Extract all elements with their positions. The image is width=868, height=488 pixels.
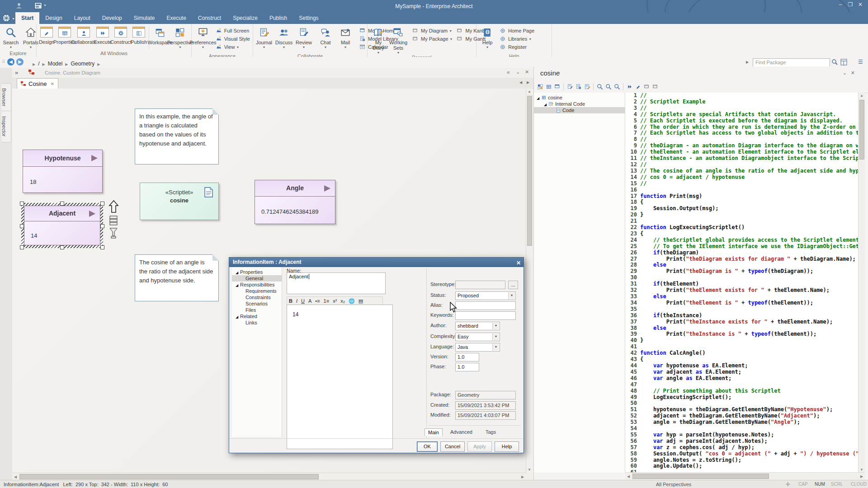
chevron-down-icon[interactable]: ▼ — [492, 344, 499, 351]
chevron-down-icon[interactable]: ▼ — [508, 292, 515, 299]
element-scriptlet[interactable]: «Scriptlet» cosine — [140, 183, 219, 220]
help-button[interactable]: Help — [495, 441, 519, 452]
tab-scroll-left-icon[interactable]: ◀ — [519, 80, 522, 84]
back-button[interactable]: ◀ — [7, 58, 14, 66]
dialog-tree-item-general[interactable]: General — [232, 275, 282, 282]
minimize-button[interactable]: – — [836, 1, 844, 8]
stereotype-field[interactable] — [455, 281, 505, 289]
run-doc-icon[interactable] — [566, 83, 574, 90]
ribbon-button-help[interactable]: Help▼ — [477, 25, 497, 53]
ribbon-button-construct[interactable]: Construct — [112, 25, 130, 50]
search-plus-icon[interactable] — [831, 59, 838, 66]
window-green-icon[interactable] — [643, 83, 651, 90]
menu-tab-develop[interactable]: Develop — [96, 12, 128, 24]
chevron-down-icon[interactable]: ▼ — [492, 323, 499, 329]
ribbon-button-preferences[interactable]: Preferences▼ — [193, 25, 213, 53]
resize-handle[interactable] — [60, 202, 64, 206]
note-element[interactable]: The cosine of an angle is the ratio of t… — [135, 254, 219, 301]
dialog-tab-tags[interactable]: Tags — [482, 428, 499, 436]
ribbon-button-search[interactable]: Search▼ — [1, 25, 21, 50]
ribbon-button-execute[interactable]: Execute — [94, 25, 112, 50]
chevron-down-icon[interactable]: ▼ — [492, 333, 499, 340]
ribbon-button-libraries[interactable]: Libraries▼ — [499, 35, 534, 43]
browser-dock-tab[interactable]: Browser — [1, 83, 11, 111]
keywords-field[interactable] — [455, 311, 516, 320]
code-editor[interactable]: 1//2// Scriptlet Example3//4// Scriptlet… — [625, 93, 859, 473]
menu-tab-execute[interactable]: Execute — [160, 12, 192, 24]
element-hypotenuse[interactable]: Hypotenuse 18 — [23, 150, 103, 193]
breadcrumb-expand-icon[interactable]: ▶ — [746, 60, 749, 64]
bullet-list-icon[interactable]: •≡ — [315, 298, 320, 304]
ribbon-button-chat[interactable]: Chat▼ — [316, 25, 335, 53]
version-field[interactable]: 1.0 — [455, 353, 479, 361]
apply-button[interactable]: Apply — [467, 441, 492, 452]
element-angle[interactable]: Angle 0.7124746245384189 — [255, 180, 335, 224]
ribbon-button-full-screen[interactable]: Full Screen — [215, 27, 250, 35]
ribbon-button-mail[interactable]: Mail▼ — [335, 25, 355, 53]
doc-save-icon[interactable] — [583, 83, 591, 90]
ribbon-button-discuss[interactable]: Discuss▼ — [274, 25, 294, 53]
dialog-tree-item-related[interactable]: ◢Related — [232, 313, 282, 319]
close-diagram-icon[interactable]: ✕ — [525, 69, 529, 75]
resize-handle[interactable] — [20, 245, 24, 249]
dialog-tree-item-links[interactable]: Links — [232, 319, 282, 326]
search-doc-icon[interactable] — [604, 83, 612, 90]
menu-tab-specialize[interactable]: Specialize — [227, 12, 264, 24]
layout-icon[interactable] — [840, 59, 847, 66]
ribbon-button-properties[interactable]: Properties — [56, 25, 74, 50]
hamburger-icon[interactable]: ☰ — [858, 59, 863, 65]
breadcrumb-item[interactable]: / — [38, 61, 39, 67]
binoculars-icon[interactable] — [596, 83, 604, 90]
menu-tab-construct[interactable]: Construct — [192, 12, 227, 24]
close-button[interactable]: ✕ — [856, 1, 864, 8]
find-package-input[interactable]: Find Package — [753, 58, 830, 67]
tab-cosine[interactable]: Cosine ✕ — [17, 78, 58, 89]
ribbon-button-publish[interactable]: Publish — [130, 25, 148, 50]
inspector-dock-tab[interactable]: Inspector — [1, 111, 11, 142]
numbered-list-icon[interactable]: 1≡ — [324, 298, 330, 304]
goto-icon[interactable] — [634, 83, 642, 90]
script-tree-item-cosine[interactable]: ◢cosine — [534, 94, 625, 101]
canvas-hscrollbar[interactable]: ◀ ▶ — [12, 473, 526, 480]
underline-icon[interactable]: U — [301, 298, 305, 304]
code-hscrollbar[interactable]: ◀ ▶ — [625, 472, 865, 480]
resize-handle[interactable] — [100, 202, 104, 206]
menu-tab-start[interactable]: Start — [15, 12, 39, 24]
list-icon[interactable] — [545, 83, 552, 90]
font-color-icon[interactable]: A — [308, 298, 311, 304]
menu-tab-design[interactable]: Design — [39, 12, 68, 24]
ribbon-button-perspective[interactable]: Perspective▼ — [170, 25, 190, 50]
ribbon-button-workspace[interactable]: Workspace — [150, 25, 170, 50]
ribbon-button-review[interactable]: Review▼ — [294, 25, 314, 53]
dialog-tree-item-requirements[interactable]: Requirements — [232, 288, 282, 294]
dialog-tree-item-constraints[interactable]: Constraints — [232, 294, 282, 300]
tab-scroll-right-icon[interactable]: ▶ — [527, 80, 529, 84]
forward-button[interactable]: ▶ — [16, 58, 24, 66]
statusbar-perspective[interactable]: All Perspectives — [656, 482, 691, 487]
breadcrumb-item[interactable]: Geometry — [71, 61, 95, 67]
ribbon-button-my-package[interactable]: My Package▼ — [412, 35, 453, 43]
panel-close-icon[interactable]: ✕ — [851, 70, 855, 76]
window-icon[interactable] — [553, 83, 561, 90]
author-field[interactable]: shebbard▼ — [455, 322, 500, 330]
dialog-close-icon[interactable]: ✕ — [516, 258, 521, 268]
subscript-icon[interactable]: x₂ — [340, 298, 345, 304]
resize-handle[interactable] — [60, 245, 64, 249]
close-tab-icon[interactable]: ✕ — [50, 81, 54, 86]
script-tree-item-internal-code[interactable]: ◢Internal Code — [534, 101, 625, 107]
name-input[interactable]: Adjacent — [287, 272, 386, 294]
collapse-icon[interactable]: « — [507, 69, 510, 75]
cancel-button[interactable]: Cancel — [440, 441, 465, 452]
dialog-tree-item-properties[interactable]: ◢Properties — [232, 269, 282, 275]
restore-button[interactable]: ❐ — [846, 1, 854, 8]
resize-handle[interactable] — [100, 245, 104, 249]
element-adjacent[interactable]: Adjacent 14 — [24, 206, 100, 245]
canvas-vscrollbar[interactable]: ▲ ▼ — [526, 89, 533, 473]
ok-button[interactable]: OK — [417, 441, 438, 452]
document-icon[interactable]: ▤ — [359, 298, 363, 304]
swap-icon[interactable] — [626, 83, 633, 90]
ribbon-button-visual-style[interactable]: Visual Style — [215, 35, 250, 43]
ribbon-button-journal[interactable]: Journal▼ — [254, 25, 274, 53]
hyperlink-icon[interactable]: 🌐 — [349, 298, 355, 304]
ribbon-button-my-diagram[interactable]: My Diagram▼ — [412, 27, 453, 35]
